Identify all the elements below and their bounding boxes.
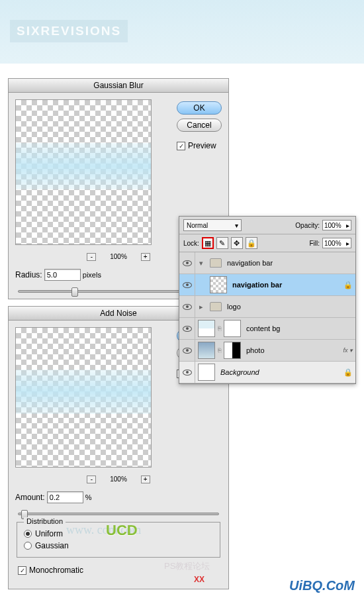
lock-all-icon[interactable]: 🔒	[246, 237, 257, 249]
layer-mask[interactable]	[224, 320, 241, 337]
dialog-title: Gaussian Blur	[9, 79, 228, 93]
watermark-ps: PS教程论坛	[164, 560, 210, 572]
zoom-value: 100%	[110, 475, 127, 483]
amount-slider[interactable]	[18, 513, 219, 515]
cancel-button[interactable]: Cancel	[177, 119, 222, 132]
layer-thumbnail[interactable]	[198, 342, 215, 359]
layer-row[interactable]: navigation bar 🔒	[179, 274, 355, 296]
zoom-out-button[interactable]: -	[87, 475, 96, 483]
layer-thumbnail[interactable]	[198, 320, 215, 337]
amount-unit: %	[85, 493, 92, 501]
fill-input[interactable]: 100%▸	[322, 238, 351, 248]
layer-thumbnail[interactable]	[210, 276, 227, 293]
blend-mode-select[interactable]: Normal▾	[183, 219, 242, 231]
watermark-xx: XX	[194, 575, 205, 584]
brand-logo: SIXREVISIONS	[10, 20, 128, 42]
collapse-icon[interactable]: ▸	[195, 303, 207, 311]
chevron-down-icon: ▾	[235, 222, 238, 229]
visibility-icon[interactable]	[183, 282, 192, 288]
visibility-icon[interactable]	[183, 304, 192, 310]
layers-panel: Normal▾ Opacity: 100%▸ Lock: ▦ ✎ ✥ 🔒 Fil…	[179, 216, 356, 384]
collapse-icon[interactable]: ▾	[195, 259, 207, 268]
lock-icon: 🔒	[343, 281, 351, 289]
distribution-label: Distribution	[24, 517, 66, 525]
amount-label: Amount:	[15, 493, 45, 502]
opacity-input[interactable]: 100%▸	[322, 220, 351, 230]
ok-button[interactable]: OK	[177, 101, 222, 115]
zoom-in-button[interactable]: +	[141, 475, 150, 483]
layer-group[interactable]: ▾ navigation bar	[179, 252, 355, 274]
amount-input[interactable]	[47, 491, 83, 503]
radius-input[interactable]	[44, 269, 81, 281]
lock-label: Lock:	[183, 240, 199, 247]
lock-icon: 🔒	[343, 368, 351, 376]
visibility-icon[interactable]	[183, 370, 192, 375]
visibility-icon[interactable]	[183, 326, 192, 332]
zoom-in-button[interactable]: +	[141, 253, 150, 261]
lock-transparent-icon[interactable]: ▦	[202, 237, 214, 249]
radius-unit: pixels	[83, 271, 101, 279]
watermark-ucd: UCD	[106, 522, 138, 539]
gaussian-radio[interactable]: Gaussian	[24, 540, 213, 552]
layer-mask[interactable]	[224, 342, 241, 359]
zoom-value: 100%	[110, 253, 127, 260]
monochromatic-checkbox[interactable]: ✓Monochromatic	[18, 566, 83, 575]
preview-checkbox[interactable]: ✓Preview	[177, 141, 216, 150]
layer-row[interactable]: Background 🔒	[179, 362, 355, 383]
layer-group[interactable]: ▸ logo	[179, 296, 355, 318]
fill-label: Fill:	[309, 240, 320, 247]
zoom-out-button[interactable]: -	[87, 253, 96, 261]
preview-image	[15, 327, 152, 468]
layer-row[interactable]: ⎘ content bg	[179, 318, 355, 340]
layer-thumbnail[interactable]	[198, 364, 215, 381]
visibility-icon[interactable]	[183, 348, 192, 354]
lock-image-icon[interactable]: ✎	[216, 237, 228, 249]
layer-row[interactable]: ⎘ photo fx ▾	[179, 340, 355, 362]
folder-icon	[210, 302, 222, 311]
fx-icon[interactable]: fx ▾	[343, 347, 353, 354]
folder-icon	[210, 258, 222, 268]
opacity-label: Opacity:	[295, 222, 320, 229]
radius-label: Radius:	[15, 270, 42, 279]
visibility-icon[interactable]	[183, 260, 192, 266]
footer-brand: UiBQ.CoM	[289, 578, 355, 593]
lock-position-icon[interactable]: ✥	[231, 237, 243, 249]
preview-image	[15, 99, 152, 245]
